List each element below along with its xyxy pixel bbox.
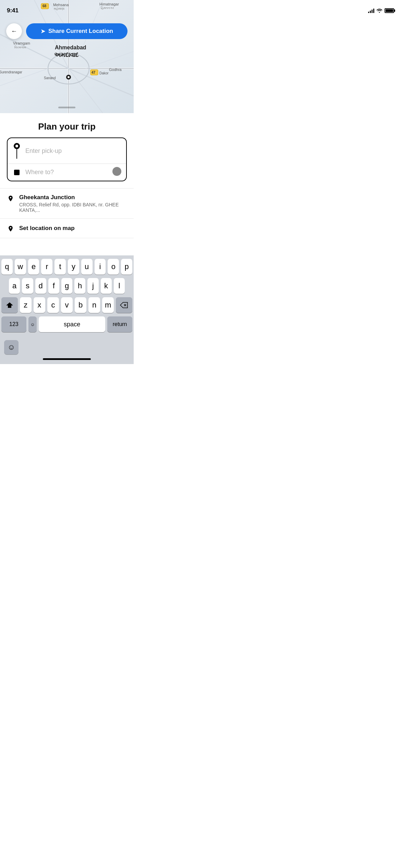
- backspace-key[interactable]: [116, 297, 132, 313]
- space-key[interactable]: space: [39, 316, 105, 332]
- return-key[interactable]: return: [107, 316, 132, 332]
- share-location-label: Share Current Location: [48, 28, 113, 35]
- status-time: 9:41: [7, 7, 19, 14]
- key-t[interactable]: t: [54, 259, 66, 275]
- pickup-input[interactable]: [25, 147, 121, 155]
- key-c[interactable]: c: [47, 297, 59, 313]
- key-x[interactable]: x: [34, 297, 45, 313]
- key-q[interactable]: q: [1, 259, 13, 275]
- keyboard-row-1: q w e r t y u i o p: [1, 259, 132, 275]
- search-box: [7, 137, 127, 181]
- dropoff-row[interactable]: [8, 164, 126, 181]
- svg-line-4: [0, 34, 69, 69]
- share-location-button[interactable]: ➤ Share Current Location: [26, 23, 127, 39]
- key-p[interactable]: p: [121, 259, 132, 275]
- keyboard-row-4: 123 ☺ space return: [1, 316, 132, 332]
- location-text: Gheekanta Junction CROSS, Relief Rd, opp…: [19, 194, 127, 213]
- status-bar: 9:41: [0, 0, 134, 17]
- home-bar: [43, 358, 91, 360]
- key-a[interactable]: a: [9, 278, 20, 294]
- keyboard-row-3: z x c v b n m: [1, 297, 132, 313]
- shift-key[interactable]: [1, 297, 18, 313]
- key-m[interactable]: m: [102, 297, 114, 313]
- map-drag-handle: [58, 107, 75, 108]
- pickup-icon: [13, 143, 21, 159]
- main-content: Plan your trip: [0, 113, 134, 249]
- set-location-pin-icon: [7, 225, 14, 232]
- location-address: CROSS, Relief Rd, opp. IDBI BANK, nr. GH…: [19, 202, 127, 213]
- key-y[interactable]: y: [68, 259, 79, 275]
- set-location-label: Set location on map: [19, 225, 75, 232]
- location-pin-icon: [7, 195, 14, 202]
- svg-line-12: [86, 51, 134, 69]
- keyboard: q w e r t y u i o p a s d f g h j k l z …: [0, 255, 134, 338]
- key-s[interactable]: s: [22, 278, 33, 294]
- key-n[interactable]: n: [88, 297, 100, 313]
- key-e[interactable]: e: [28, 259, 39, 275]
- set-location-item[interactable]: Set location on map: [7, 219, 127, 238]
- search-drag-handle: [112, 167, 121, 176]
- key-i[interactable]: i: [95, 259, 106, 275]
- key-k[interactable]: k: [101, 278, 112, 294]
- location-name: Gheekanta Junction: [19, 194, 127, 201]
- key-l[interactable]: l: [114, 278, 125, 294]
- key-u[interactable]: u: [81, 259, 93, 275]
- dropoff-icon: [13, 170, 21, 175]
- svg-point-15: [68, 76, 70, 78]
- emoji-keyboard-key[interactable]: ☺: [28, 316, 37, 332]
- navigation-icon: ➤: [40, 27, 46, 35]
- emoji-key[interactable]: ☺: [4, 340, 19, 354]
- svg-rect-16: [90, 70, 98, 75]
- key-o[interactable]: o: [108, 259, 119, 275]
- key-h[interactable]: h: [74, 278, 85, 294]
- backspace-icon: [120, 302, 128, 308]
- spacer: [7, 238, 127, 249]
- dropoff-input[interactable]: [25, 169, 121, 176]
- bottom-bar: ☺: [0, 338, 134, 355]
- key-w[interactable]: w: [15, 259, 26, 275]
- key-b[interactable]: b: [75, 297, 86, 313]
- location-suggestion-item[interactable]: Gheekanta Junction CROSS, Relief Rd, opp…: [7, 189, 127, 218]
- key-d[interactable]: d: [35, 278, 46, 294]
- back-arrow-icon: ←: [11, 28, 17, 35]
- shift-icon: [6, 302, 13, 308]
- numbers-key[interactable]: 123: [1, 316, 26, 332]
- key-r[interactable]: r: [41, 259, 52, 275]
- key-v[interactable]: v: [61, 297, 73, 313]
- key-g[interactable]: g: [61, 278, 72, 294]
- key-f[interactable]: f: [48, 278, 59, 294]
- svg-line-11: [0, 69, 48, 86]
- keyboard-row-2: a s d f g h j k l: [1, 278, 132, 294]
- page-title: Plan your trip: [7, 113, 127, 137]
- pickup-row[interactable]: [8, 138, 126, 164]
- home-indicator: [0, 355, 134, 364]
- key-j[interactable]: j: [87, 278, 98, 294]
- back-button[interactable]: ←: [6, 23, 22, 39]
- key-z[interactable]: z: [20, 297, 32, 313]
